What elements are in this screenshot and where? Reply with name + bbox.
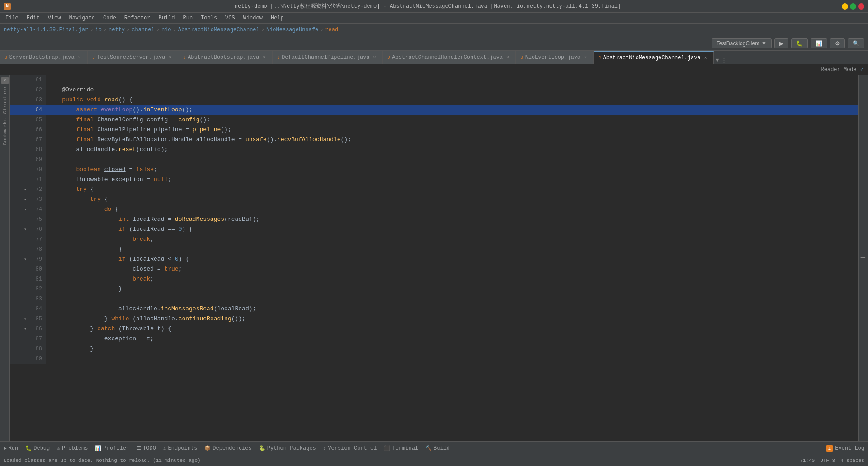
line-content: closed = true; — [46, 264, 858, 274]
menu-navigate[interactable]: Navigate — [65, 14, 99, 22]
tab-close-button[interactable]: × — [76, 54, 83, 61]
settings-button[interactable]: ⚙ — [830, 38, 845, 48]
code-line: 61 — [10, 75, 858, 85]
run-button[interactable]: ▶ — [774, 38, 788, 48]
line-gutter: ▾ 72 — [10, 185, 46, 195]
breadcrumb-class-abstract[interactable]: AbstractNioMessageChannel — [178, 27, 259, 33]
menu-window[interactable]: Window — [240, 14, 266, 22]
close-button[interactable] — [858, 3, 864, 10]
code-line: 70 boolean closed = false; — [10, 165, 858, 175]
debug-tool-button[interactable]: 🐛 Debug — [25, 445, 50, 452]
line-gutter: 71 — [10, 175, 46, 185]
menu-view[interactable]: View — [44, 14, 65, 22]
version-control-tool-button[interactable]: ↕ Version Control — [323, 445, 377, 452]
tab-close-button[interactable]: × — [703, 55, 709, 61]
menu-run[interactable]: Run — [179, 14, 196, 22]
python-packages-tool-button[interactable]: 🐍 Python Packages — [259, 445, 316, 452]
profiler-tool-button[interactable]: 📊 Profiler — [95, 445, 129, 452]
debug-button[interactable]: 🐛 — [791, 38, 808, 48]
line-content: break; — [46, 274, 858, 284]
menu-vcs[interactable]: VCS — [222, 14, 239, 22]
line-gutter: 80 — [10, 264, 46, 274]
line-gutter: 87 — [10, 334, 46, 344]
breadcrumb-pkg-nio[interactable]: nio — [161, 27, 171, 33]
breadcrumb-method-read[interactable]: read — [325, 27, 338, 33]
menu-code[interactable]: Code — [99, 14, 120, 22]
tab-abstract-bootstrap[interactable]: J AbstractBootstrap.java × — [178, 51, 272, 64]
search-button[interactable]: 🔍 — [848, 38, 864, 48]
tab-close-button[interactable]: × — [372, 54, 378, 61]
tab-server-bootstrap[interactable]: J ServerBootstrap.java × — [0, 51, 88, 64]
run-tool-button[interactable]: ▶ Run — [4, 445, 18, 452]
maximize-button[interactable] — [850, 3, 856, 10]
menu-tools[interactable]: Tools — [197, 14, 221, 22]
code-editor[interactable]: 61 62 @Override → 63 — [10, 75, 858, 441]
tab-default-channel-pipeline[interactable]: J DefaultChannelPipeline.java × — [273, 51, 383, 64]
menu-build[interactable]: Build — [155, 14, 178, 22]
fold-marker[interactable]: ▾ — [23, 257, 28, 262]
right-sidebar: ▐ — [858, 75, 868, 441]
line-number: 76 — [29, 226, 42, 233]
time-display: 71:40 — [800, 458, 815, 463]
bookmarks-label[interactable]: Bookmarks — [1, 116, 9, 147]
menu-refactor[interactable]: Refactor — [121, 14, 154, 22]
tab-abstract-channel-handler-context[interactable]: J AbstractChannelHandlerContext.java × — [383, 51, 516, 64]
tab-close-button[interactable]: × — [582, 54, 589, 61]
line-number: 81 — [29, 276, 42, 282]
tab-test-source-server[interactable]: J TestSourceServer.java × — [88, 51, 179, 64]
tab-close-button[interactable]: × — [167, 54, 173, 61]
fold-marker[interactable]: ▾ — [23, 326, 28, 332]
line-gutter: 64 — [10, 105, 46, 115]
java-file-icon: J — [92, 55, 95, 60]
encoding-display[interactable]: UTF-8 — [820, 458, 835, 463]
window-controls[interactable] — [842, 3, 864, 10]
build-tool-button[interactable]: 🔨 Build — [425, 445, 450, 452]
tab-settings-button[interactable]: ⋮ — [721, 57, 727, 64]
run-config-dropdown[interactable]: TestBacklogClient ▼ — [712, 38, 772, 48]
dependencies-tool-button[interactable]: 📦 Dependencies — [204, 445, 251, 452]
coverage-button[interactable]: 📊 — [811, 38, 827, 48]
structure-label[interactable]: Structure — [1, 85, 9, 115]
tab-close-button[interactable]: × — [261, 54, 268, 61]
line-content — [46, 354, 858, 364]
line-number: 75 — [29, 216, 42, 223]
reader-mode-toggle[interactable]: ✓ — [860, 66, 863, 73]
minimize-button[interactable] — [842, 3, 848, 10]
breadcrumb-pkg-netty[interactable]: netty — [108, 27, 125, 33]
todo-tool-button[interactable]: ☰ TODO — [137, 445, 156, 452]
line-number: 74 — [29, 206, 42, 213]
menu-edit[interactable]: Edit — [23, 14, 43, 22]
code-line: ▾ 74 do { — [10, 204, 858, 214]
project-icon[interactable]: P — [1, 77, 9, 84]
line-content: final ChannelConfig config = config(); — [46, 115, 858, 125]
line-number: 61 — [29, 77, 42, 83]
line-gutter: 61 — [10, 75, 46, 85]
tab-close-button[interactable]: × — [505, 54, 511, 61]
fold-marker[interactable]: ▾ — [23, 227, 28, 232]
fold-marker[interactable]: ▾ — [23, 207, 28, 212]
line-content — [46, 155, 858, 165]
fold-marker[interactable]: ▾ — [23, 187, 28, 192]
breadcrumb-pkg-io[interactable]: io — [95, 27, 101, 33]
todo-icon: ☰ — [137, 445, 141, 451]
problems-tool-button[interactable]: ⚠ Problems — [57, 445, 88, 452]
more-tabs-button[interactable]: ▼ — [716, 57, 719, 64]
tab-nio-event-loop[interactable]: J NioEventLoop.java × — [516, 51, 594, 64]
breadcrumb-class-unsafe[interactable]: NioMessageUnsafe — [266, 27, 318, 33]
menu-file[interactable]: File — [2, 14, 22, 22]
terminal-tool-button[interactable]: ⬛ Terminal — [384, 445, 418, 452]
tab-abstract-nio-message-channel[interactable]: J AbstractNioMessageChannel.java × — [594, 51, 714, 64]
indentation-display[interactable]: 4 spaces — [840, 458, 864, 463]
tab-label: AbstractBootstrap.java — [188, 54, 259, 61]
fold-marker[interactable]: ▾ — [23, 316, 28, 322]
breadcrumb-jar[interactable]: netty-all-4.1.39.Final.jar — [4, 27, 88, 33]
fold-marker[interactable]: ▾ — [23, 197, 28, 202]
line-gutter: 75 — [10, 214, 46, 224]
endpoints-tool-button[interactable]: ⚓ Endpoints — [163, 445, 197, 452]
build-label: Build — [434, 445, 450, 452]
code-line: 88 } — [10, 344, 858, 354]
line-gutter: 88 — [10, 344, 46, 354]
menu-help[interactable]: Help — [267, 14, 288, 22]
event-log-button[interactable]: 1 Event Log — [826, 445, 864, 452]
breadcrumb-pkg-channel[interactable]: channel — [132, 27, 154, 33]
